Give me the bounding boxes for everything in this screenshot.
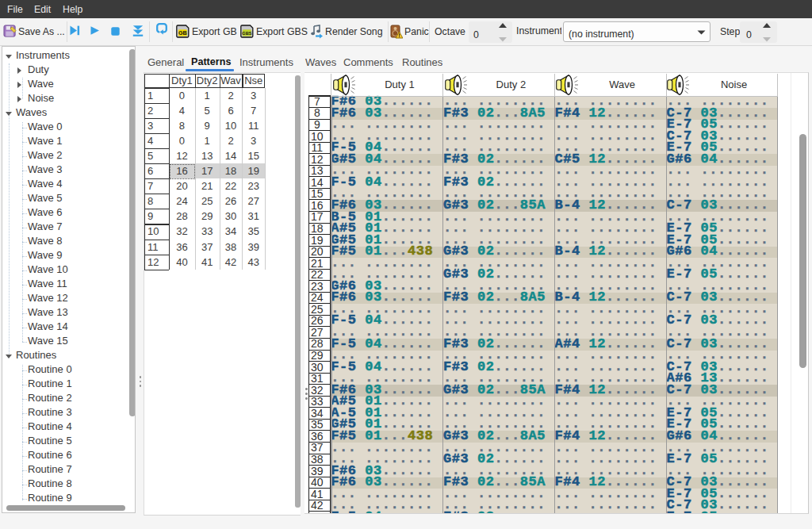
svg-text:GB: GB — [178, 29, 187, 36]
svg-text:GBS: GBS — [242, 31, 251, 36]
